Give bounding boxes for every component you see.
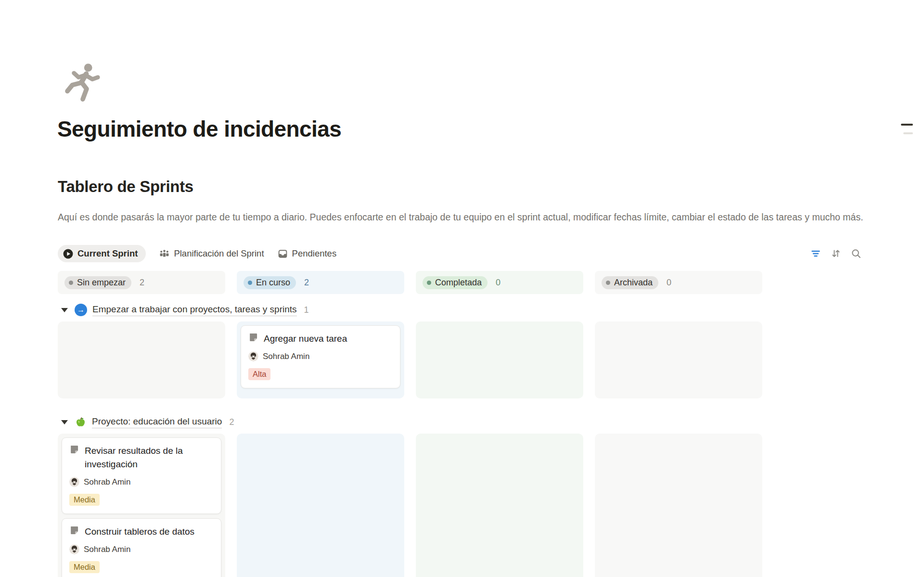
lane-sin-empezar[interactable]: Revisar resultados de la investigación S… (58, 434, 225, 577)
assignee-name: Sohrab Amin (84, 477, 130, 487)
section-description: Aquí es donde pasarás la mayor parte de … (58, 210, 871, 225)
backlog-icon (278, 249, 288, 259)
column-count: 2 (140, 278, 144, 288)
column-headers: Sin empezar 2 En curso 2 Completada 0 (58, 271, 762, 294)
tab-label: Current Sprint (77, 248, 138, 259)
card-assignee: Sohrab Amin (69, 477, 214, 487)
tab-sprint-planning[interactable]: Planificación del Sprint (159, 248, 264, 259)
task-page-icon (69, 526, 79, 538)
status-dot-icon (69, 281, 73, 285)
play-circle-icon (63, 249, 73, 259)
group-title-link[interactable]: Empezar a trabajar con proyectos, tareas… (92, 304, 297, 316)
column-header-en-curso[interactable]: En curso 2 (237, 271, 404, 294)
column-count: 0 (667, 278, 671, 288)
card-title: Construir tableros de datos (85, 525, 194, 539)
task-page-icon (69, 445, 79, 457)
tab-backlog[interactable]: Pendientes (278, 248, 337, 259)
tab-label: Planificación del Sprint (174, 248, 264, 259)
column-header-sin-empezar[interactable]: Sin empezar 2 (58, 271, 225, 294)
lane-completada[interactable] (416, 321, 583, 398)
column-label: Sin empezar (77, 278, 126, 288)
priority-tag: Media (69, 561, 100, 573)
assignee-name: Sohrab Amin (84, 545, 130, 554)
sort-icon[interactable] (831, 248, 841, 259)
collapse-triangle-icon[interactable] (61, 308, 68, 312)
lane-completada[interactable] (416, 434, 583, 577)
card-title: Agregar nueva tarea (264, 332, 347, 346)
lane-en-curso[interactable] (237, 434, 404, 577)
priority-tag: Media (69, 494, 100, 506)
notion-page: Seguimiento de incidencias Tablero de Sp… (0, 0, 924, 577)
tab-current-sprint[interactable]: Current Sprint (58, 245, 146, 262)
status-pill: Sin empezar (64, 276, 131, 289)
view-tabs: Current Sprint Planificación del Sprint (58, 245, 861, 262)
search-icon[interactable] (851, 248, 861, 259)
status-pill: Archivada (602, 276, 658, 289)
lane-archivada[interactable] (595, 434, 762, 577)
column-header-completada[interactable]: Completada 0 (416, 271, 583, 294)
board-toolbar (810, 248, 861, 259)
column-label: Archivada (614, 278, 653, 288)
group-count: 2 (229, 417, 234, 427)
outline-bar-icon (901, 124, 913, 126)
lane-sin-empezar[interactable] (58, 321, 225, 398)
assignee-name: Sohrab Amin (263, 352, 309, 361)
task-page-icon (248, 333, 258, 345)
group-count: 1 (304, 305, 309, 315)
column-label: En curso (256, 278, 290, 288)
page-title[interactable]: Seguimiento de incidencias (57, 115, 341, 142)
group-title-link[interactable]: Proyecto: educación del usuario (92, 416, 222, 428)
column-count: 2 (304, 278, 309, 288)
group-row-sprint-tasks: → Empezar a trabajar con proyectos, tare… (58, 302, 762, 318)
priority-tag: Alta (248, 368, 270, 380)
status-pill: Completada (423, 276, 488, 289)
status-dot-icon (427, 281, 431, 285)
filter-icon[interactable] (810, 248, 821, 259)
outline-indicator[interactable] (900, 124, 913, 134)
avatar (69, 544, 79, 554)
board-lanes-group-2: Revisar resultados de la investigación S… (58, 434, 762, 577)
column-count: 0 (496, 278, 500, 288)
board-lanes-group-1: Agregar nueva tarea Sohrab Amin Alta (58, 321, 762, 398)
status-dot-icon (248, 281, 252, 285)
green-apple-icon (75, 416, 87, 428)
card-assignee: Sohrab Amin (69, 544, 214, 554)
lane-archivada[interactable] (595, 321, 762, 398)
status-dot-icon (606, 281, 610, 285)
card-title: Revisar resultados de la investigación (85, 444, 214, 471)
task-card[interactable]: Agregar nueva tarea Sohrab Amin Alta (241, 325, 400, 388)
sprint-planning-icon (159, 249, 169, 259)
group-row-user-education: Proyecto: educación del usuario 2 (58, 414, 762, 430)
card-assignee: Sohrab Amin (248, 351, 393, 361)
outline-bar-icon (903, 132, 913, 134)
section-heading: Tablero de Sprints (58, 177, 193, 196)
lane-en-curso[interactable]: Agregar nueva tarea Sohrab Amin Alta (237, 321, 404, 398)
tab-label: Pendientes (292, 248, 337, 259)
task-card[interactable]: Construir tableros de datos Sohrab Amin … (62, 518, 221, 577)
status-pill: En curso (244, 276, 296, 289)
avatar (69, 477, 79, 487)
column-header-archivada[interactable]: Archivada 0 (595, 271, 762, 294)
collapse-triangle-icon[interactable] (61, 420, 68, 424)
arrow-circle-icon: → (75, 304, 87, 316)
column-label: Completada (435, 278, 482, 288)
running-person-icon[interactable] (64, 62, 102, 103)
sprint-board: Sin empezar 2 En curso 2 Completada 0 (58, 271, 762, 577)
avatar (248, 351, 258, 361)
task-card[interactable]: Revisar resultados de la investigación S… (62, 437, 221, 514)
